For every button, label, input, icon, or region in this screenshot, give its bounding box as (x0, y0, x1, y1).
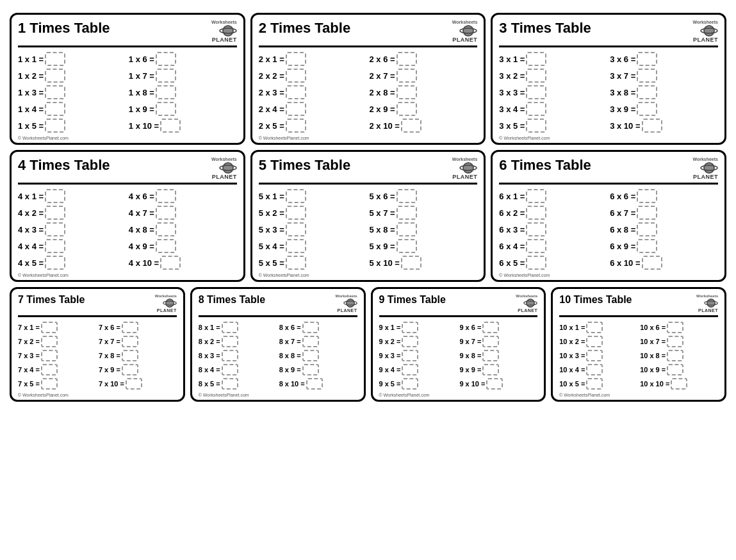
answer-box[interactable] (637, 206, 657, 220)
answer-box[interactable] (401, 256, 421, 270)
answer-box[interactable] (526, 239, 546, 253)
answer-box[interactable] (397, 189, 417, 203)
answer-box[interactable] (41, 350, 58, 361)
answer-box[interactable] (222, 322, 238, 333)
answer-box[interactable] (222, 350, 238, 361)
answer-box[interactable] (286, 206, 306, 220)
answer-box[interactable] (45, 222, 65, 236)
answer-box[interactable] (45, 119, 65, 133)
answer-box[interactable] (306, 378, 323, 390)
answer-box[interactable] (637, 85, 657, 99)
answer-box[interactable] (402, 322, 418, 333)
answer-box[interactable] (637, 239, 657, 253)
answer-box[interactable] (637, 189, 657, 203)
answer-box[interactable] (526, 85, 546, 99)
answer-box[interactable] (526, 119, 546, 133)
answer-box[interactable] (397, 69, 417, 83)
answer-box[interactable] (222, 378, 238, 390)
answer-box[interactable] (667, 350, 683, 361)
answer-box[interactable] (160, 119, 181, 133)
answer-box[interactable] (156, 85, 176, 99)
answer-box[interactable] (526, 102, 546, 116)
answer-box[interactable] (41, 378, 58, 390)
answer-box[interactable] (156, 206, 176, 220)
answer-box[interactable] (671, 378, 687, 390)
answer-box[interactable] (401, 119, 421, 133)
answer-box[interactable] (286, 189, 306, 203)
answer-box[interactable] (586, 378, 603, 390)
answer-box[interactable] (526, 206, 546, 220)
answer-box[interactable] (302, 364, 319, 375)
answer-box[interactable] (526, 189, 546, 203)
answer-box[interactable] (302, 322, 319, 333)
answer-box[interactable] (286, 119, 306, 133)
answer-box[interactable] (402, 364, 418, 375)
answer-box[interactable] (122, 322, 138, 333)
answer-box[interactable] (667, 364, 683, 375)
answer-box[interactable] (45, 256, 65, 270)
answer-box[interactable] (482, 364, 499, 375)
answer-box[interactable] (286, 102, 306, 116)
answer-box[interactable] (637, 52, 657, 66)
answer-box[interactable] (122, 336, 138, 347)
answer-box[interactable] (222, 364, 238, 375)
answer-box[interactable] (397, 222, 417, 236)
answer-box[interactable] (286, 222, 306, 236)
answer-box[interactable] (302, 336, 319, 347)
answer-box[interactable] (156, 239, 176, 253)
answer-box[interactable] (160, 256, 181, 270)
answer-box[interactable] (586, 350, 603, 361)
answer-box[interactable] (397, 206, 417, 220)
answer-box[interactable] (397, 85, 417, 99)
answer-box[interactable] (41, 322, 58, 333)
answer-box[interactable] (156, 222, 176, 236)
answer-box[interactable] (586, 364, 603, 375)
answer-box[interactable] (286, 69, 306, 83)
answer-box[interactable] (526, 69, 546, 83)
answer-box[interactable] (45, 206, 65, 220)
answer-box[interactable] (637, 69, 657, 83)
answer-box[interactable] (637, 222, 657, 236)
answer-box[interactable] (482, 322, 499, 333)
answer-box[interactable] (156, 69, 176, 83)
answer-box[interactable] (642, 256, 662, 270)
answer-box[interactable] (586, 322, 603, 333)
answer-box[interactable] (126, 378, 142, 390)
answer-box[interactable] (286, 256, 306, 270)
answer-box[interactable] (402, 336, 418, 347)
answer-box[interactable] (222, 336, 238, 347)
answer-box[interactable] (156, 52, 176, 66)
answer-box[interactable] (667, 322, 683, 333)
answer-box[interactable] (45, 52, 65, 66)
answer-box[interactable] (526, 222, 546, 236)
answer-box[interactable] (45, 239, 65, 253)
answer-box[interactable] (302, 350, 319, 361)
answer-box[interactable] (482, 350, 499, 361)
answer-box[interactable] (397, 52, 417, 66)
answer-box[interactable] (156, 189, 176, 203)
answer-box[interactable] (642, 119, 662, 133)
answer-box[interactable] (286, 52, 306, 66)
answer-box[interactable] (45, 85, 65, 99)
answer-box[interactable] (41, 364, 58, 375)
answer-box[interactable] (156, 102, 176, 116)
answer-box[interactable] (286, 239, 306, 253)
answer-box[interactable] (122, 364, 138, 375)
answer-box[interactable] (482, 336, 499, 347)
answer-box[interactable] (526, 256, 546, 270)
answer-box[interactable] (45, 69, 65, 83)
answer-box[interactable] (397, 102, 417, 116)
answer-box[interactable] (122, 350, 138, 361)
answer-box[interactable] (486, 378, 503, 390)
answer-box[interactable] (637, 102, 657, 116)
answer-box[interactable] (586, 336, 603, 347)
answer-box[interactable] (45, 189, 65, 203)
answer-box[interactable] (286, 85, 306, 99)
answer-box[interactable] (45, 102, 65, 116)
answer-box[interactable] (41, 336, 58, 347)
answer-box[interactable] (526, 52, 546, 66)
answer-box[interactable] (402, 350, 418, 361)
answer-box[interactable] (402, 378, 418, 390)
answer-box[interactable] (397, 239, 417, 253)
answer-box[interactable] (667, 336, 683, 347)
